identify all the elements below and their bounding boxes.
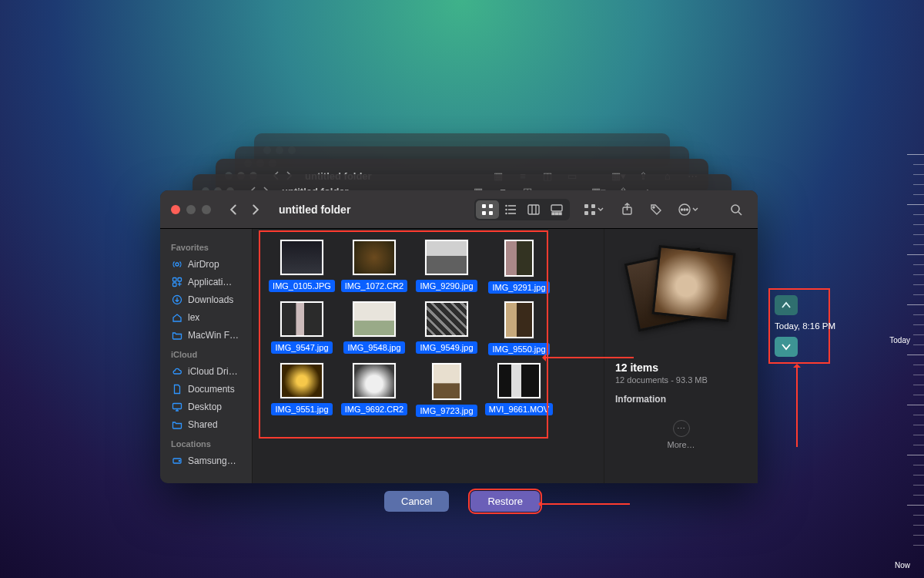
file-item[interactable]: IMG_9550.jpg <box>484 301 554 355</box>
file-name-label: IMG_9723.jpg <box>416 405 477 417</box>
preview-thumbnail-stack <box>628 244 735 344</box>
file-item[interactable]: IMG_9551.jpg <box>266 363 337 417</box>
sidebar-item-macwin-f-[interactable]: MacWin F… <box>168 326 246 344</box>
sidebar-item-icloud-dri-[interactable]: iCloud Dri… <box>168 362 246 380</box>
svg-rect-1 <box>489 204 493 208</box>
timeline-tick <box>913 244 924 245</box>
file-item[interactable]: IMG_9290.jpg <box>411 240 482 294</box>
timeline-tick <box>913 344 924 345</box>
sidebar-item-documents[interactable]: Documents <box>168 380 246 398</box>
timeline-tick <box>913 334 924 335</box>
minimize-window-button[interactable] <box>186 205 196 214</box>
share-button[interactable] <box>616 200 638 220</box>
timeline-tick <box>907 154 924 155</box>
timeline-tick <box>907 455 924 455</box>
timeline[interactable]: Today Now <box>878 154 924 570</box>
svg-rect-31 <box>178 277 182 281</box>
timeline-tick <box>913 545 924 546</box>
file-item[interactable]: IMG_9548.jpg <box>339 301 410 355</box>
timeline-tick <box>913 495 924 496</box>
sidebar-item-applicati-[interactable]: Applicati… <box>168 273 246 291</box>
svg-point-36 <box>179 460 179 461</box>
finder-window: untitled folder FavoritesAirDropApplicat… <box>160 190 758 483</box>
svg-rect-10 <box>528 205 539 214</box>
annotation-arrow-restore <box>541 503 630 505</box>
timemachine-prev-button[interactable] <box>775 295 798 315</box>
svg-rect-9 <box>508 213 516 214</box>
view-columns-button[interactable] <box>522 200 545 219</box>
zoom-window-button[interactable] <box>202 205 211 214</box>
file-name-label: IMG_1072.CR2 <box>341 280 407 292</box>
sidebar-item-shared[interactable]: Shared <box>168 415 246 433</box>
timemachine-next-button[interactable] <box>775 337 798 357</box>
file-thumbnail <box>353 301 396 337</box>
timeline-tick <box>907 204 924 205</box>
timeline-tick <box>907 405 924 405</box>
preview-count: 12 items <box>615 361 708 374</box>
timeline-tick <box>913 535 924 536</box>
svg-line-28 <box>738 212 742 215</box>
group-by-button[interactable] <box>579 200 608 220</box>
file-item[interactable]: IMG_1072.CR2 <box>339 240 410 294</box>
view-icons-button[interactable] <box>476 200 499 219</box>
svg-rect-0 <box>482 204 486 208</box>
annotation-arrow-timemachine <box>796 366 798 447</box>
timeline-tick <box>913 214 924 215</box>
tags-button[interactable] <box>645 200 667 220</box>
window-title: untitled folder <box>279 203 350 216</box>
file-item[interactable]: IMG_9692.CR2 <box>339 363 410 417</box>
timeline-tick <box>913 485 924 486</box>
file-thumbnail <box>280 240 323 275</box>
timeline-tick <box>913 445 924 445</box>
preview-more-button[interactable]: ⋯ More… <box>667 420 695 449</box>
file-name-label: IMG_9291.jpg <box>488 281 549 294</box>
cloud-icon <box>171 365 182 377</box>
svg-point-6 <box>505 208 507 210</box>
sidebar-item-lex[interactable]: lex <box>168 308 246 326</box>
doc-icon <box>171 383 182 395</box>
shared-icon <box>171 418 182 430</box>
sidebar-item-airdrop[interactable]: AirDrop <box>168 255 246 273</box>
file-item[interactable]: IMG_9547.jpg <box>266 301 337 355</box>
file-item[interactable]: IMG_0105.JPG <box>266 240 337 294</box>
file-item[interactable]: MVI_9661.MOV <box>484 363 554 417</box>
file-item[interactable]: IMG_9723.jpg <box>411 363 482 417</box>
traffic-lights <box>171 205 211 214</box>
view-list-button[interactable] <box>499 200 522 219</box>
view-gallery-button[interactable] <box>545 200 568 219</box>
file-thumbnail <box>353 363 396 398</box>
timeline-tick <box>913 324 924 325</box>
timeline-tick <box>913 294 924 295</box>
desktop-icon <box>171 401 182 412</box>
nav-back-button[interactable] <box>223 200 243 220</box>
folder-icon <box>171 329 182 341</box>
timeline-tick <box>913 184 924 185</box>
restore-button[interactable]: Restore <box>470 491 540 512</box>
timeline-tick <box>913 284 924 285</box>
timeline-tick <box>913 475 924 476</box>
svg-point-29 <box>176 263 179 266</box>
file-thumbnail <box>353 240 396 275</box>
svg-point-8 <box>505 212 507 214</box>
search-button[interactable] <box>725 200 747 220</box>
svg-rect-7 <box>508 209 516 210</box>
sidebar-item-samsung-[interactable]: Samsung… <box>168 452 246 469</box>
home-icon <box>171 311 182 323</box>
timeline-today-label: Today <box>889 336 910 344</box>
sidebar-item-desktop[interactable]: Desktop <box>168 398 246 415</box>
timeline-tick <box>907 505 924 506</box>
close-window-button[interactable] <box>171 205 180 214</box>
timeline-tick <box>913 395 924 395</box>
nav-forward-button[interactable] <box>245 200 265 220</box>
file-item[interactable]: IMG_9291.jpg <box>484 240 554 294</box>
action-menu-button[interactable] <box>675 200 701 220</box>
timeline-tick <box>913 274 924 275</box>
sidebar-section-header: Favorites <box>171 243 246 252</box>
sidebar-section-header: Locations <box>171 439 246 449</box>
timeline-tick <box>913 515 924 516</box>
timeline-tick <box>913 425 924 425</box>
file-item[interactable]: IMG_9549.jpg <box>411 301 482 355</box>
cancel-button[interactable]: Cancel <box>384 491 449 512</box>
sidebar-item-downloads[interactable]: Downloads <box>168 291 246 308</box>
file-name-label: MVI_9661.MOV <box>485 403 553 415</box>
